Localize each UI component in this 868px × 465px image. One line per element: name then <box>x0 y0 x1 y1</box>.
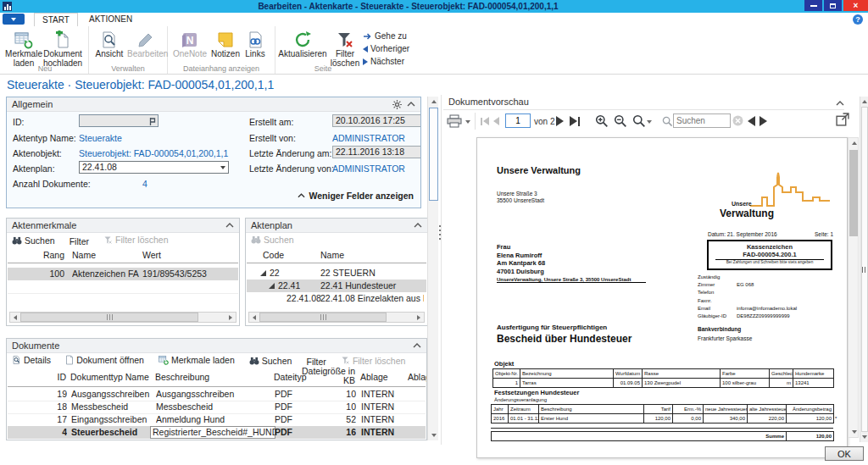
details-button[interactable]: Details <box>12 355 51 365</box>
onenote-button[interactable]: N OneNote <box>170 27 209 59</box>
anzahl-dokumente-link[interactable]: 4 <box>142 179 147 189</box>
column-header-wert[interactable]: Wert <box>142 250 161 260</box>
column-header-rang[interactable]: Rang <box>39 250 64 260</box>
last-page-button[interactable] <box>570 116 580 126</box>
help-icon[interactable]: ? <box>853 14 863 25</box>
clear-search-button[interactable] <box>732 115 743 126</box>
horizontal-scrollbar[interactable] <box>248 312 425 323</box>
scroll-right-icon[interactable] <box>225 313 236 323</box>
application-menu-button[interactable] <box>3 14 25 25</box>
fasttab-header[interactable]: Aktenplan <box>246 219 427 233</box>
print-button[interactable] <box>447 114 463 128</box>
column-header-ablage2[interactable]: Ablag <box>408 372 427 382</box>
zoom-out-button[interactable] <box>614 114 627 128</box>
fasttab-header[interactable]: Aktenmerkmale <box>7 219 239 233</box>
scroll-down-icon[interactable] <box>849 427 860 437</box>
table-row-selected[interactable]: 100 Aktenzeichen FA 191/89543/5253 <box>8 268 238 280</box>
scrollbar-thumb[interactable] <box>849 150 858 236</box>
page-number-input[interactable] <box>505 113 531 128</box>
scroll-left-icon[interactable] <box>10 313 20 323</box>
scroll-down-icon[interactable] <box>428 430 439 440</box>
zoom-select-button[interactable] <box>632 114 646 128</box>
scrollbar-thumb[interactable] <box>861 107 868 432</box>
tree-row-selected[interactable]: 22.41 22.41 Hundesteuer <box>247 280 426 292</box>
erstellt-von-link[interactable]: ADMINISTRATOR <box>332 133 405 143</box>
table-row[interactable]: 17 Eingangsschreiben Anmeldung Hund PDF … <box>8 413 426 427</box>
filter-loeschen-button[interactable]: Filter löschen <box>103 235 168 245</box>
tree-row[interactable]: 22 22 STEUERN <box>247 267 426 280</box>
column-header-id[interactable]: ID <box>41 372 66 382</box>
aktentyp-link[interactable]: Steuerakte <box>79 133 122 143</box>
cell-beschreibung-active[interactable]: Registrierter_Bescheid#_HUND_HUND0... <box>150 426 275 439</box>
links-button[interactable]: Links <box>242 27 269 59</box>
column-header-groesse[interactable]: Dateigröße in KB <box>299 367 355 385</box>
gear-icon[interactable] <box>392 100 402 109</box>
next-result-button[interactable] <box>760 116 767 126</box>
horizontal-scrollbar[interactable] <box>9 312 236 323</box>
zoom-in-button[interactable] <box>595 114 609 128</box>
scroll-up-icon[interactable] <box>860 97 868 107</box>
column-header-ablage[interactable]: Ablage <box>360 372 388 382</box>
minimize-button[interactable] <box>804 0 822 11</box>
notizen-button[interactable]: Notizen <box>209 27 242 59</box>
merkmale-laden-button[interactable]: Merkmale laden <box>4 27 43 68</box>
previous-page-button[interactable] <box>493 117 499 125</box>
scrollbar-thumb[interactable] <box>259 313 387 322</box>
scroll-right-icon[interactable] <box>414 313 424 323</box>
preview-search-input[interactable] <box>673 113 731 128</box>
column-header-name[interactable]: Name <box>320 250 344 260</box>
dokument-hochladen-button[interactable]: Dokument hochladen <box>43 27 82 68</box>
aktualisieren-button[interactable]: Aktualisieren <box>278 27 327 59</box>
next-page-button[interactable] <box>556 116 564 126</box>
first-page-button[interactable] <box>481 117 489 125</box>
scroll-down-icon[interactable] <box>860 432 868 442</box>
scroll-left-icon[interactable] <box>249 313 259 323</box>
zoom-dropdown-icon[interactable] <box>647 120 652 124</box>
tab-start[interactable]: START <box>34 13 78 26</box>
geaendert-am-field[interactable]: 22.11.2016 13:18 <box>332 146 421 158</box>
filter-button[interactable]: Filter <box>70 236 89 246</box>
ok-button[interactable]: OK <box>825 446 864 461</box>
column-header-beschreibung[interactable]: Beschreibung <box>155 372 209 382</box>
aktenobjekt-link[interactable]: Steuerobjekt: FAD-000054,01,200,1,1 <box>79 148 228 158</box>
gehe-zu-button[interactable]: Gehe zu <box>363 30 414 42</box>
suchen-button[interactable]: Suchen <box>12 235 55 246</box>
fasttab-header[interactable]: Dokumente <box>7 339 426 353</box>
collapse-chevron-icon[interactable] <box>414 221 422 230</box>
table-row[interactable]: 19 Ausgangsschreiben Ausgangsschreiben P… <box>8 388 426 401</box>
tab-aktionen[interactable]: AKTIONEN <box>81 13 140 25</box>
close-button[interactable]: × <box>843 0 868 11</box>
suchen-button[interactable]: Suchen <box>251 235 294 245</box>
filter-loeschen-button[interactable]: Filter löschen <box>341 356 405 366</box>
window-scrollbar[interactable] <box>860 97 868 442</box>
id-field[interactable] <box>79 114 159 127</box>
table-row[interactable]: 18 Messbescheid Messbescheid PDF 10 INTE… <box>8 401 426 414</box>
tree-row[interactable]: 22.41.08 22.41.08 Einzelakten aus Infoma <box>247 292 426 305</box>
dokument-oeffnen-button[interactable]: Dokument öffnen <box>65 355 144 365</box>
aktenplan-dropdown[interactable]: 22.41.08 <box>79 161 229 174</box>
filter-loeschen-button[interactable]: Filter löschen <box>327 27 363 68</box>
scrollbar-thumb[interactable] <box>429 108 438 201</box>
merkmale-laden-button[interactable]: Merkmale laden <box>159 355 235 365</box>
collapse-chevron-icon[interactable] <box>225 221 234 230</box>
left-panel-scrollbar[interactable] <box>427 97 438 440</box>
collapse-chevron-icon[interactable] <box>836 99 844 108</box>
column-header-name[interactable]: Name <box>72 250 96 260</box>
fasttab-header[interactable]: Allgemein <box>7 97 420 112</box>
previous-result-button[interactable] <box>748 116 755 126</box>
scrollbar-thumb[interactable] <box>20 313 198 322</box>
collapse-chevron-icon[interactable] <box>413 341 421 350</box>
geaendert-von-link[interactable]: ADMINISTRATOR <box>332 163 405 174</box>
print-dropdown-icon[interactable] <box>465 120 470 124</box>
naechster-button[interactable]: Nächster <box>363 56 414 67</box>
vorheriger-button[interactable]: Vorheriger <box>363 43 414 54</box>
bearbeiten-button[interactable]: Bearbeiten <box>127 27 164 59</box>
ansicht-button[interactable]: Ansicht <box>92 27 127 59</box>
suchen-button[interactable]: Suchen <box>249 356 292 366</box>
scroll-up-icon[interactable] <box>428 97 439 107</box>
table-row-selected[interactable]: 4 Steuerbescheid Registrierter_Bescheid#… <box>8 426 426 439</box>
weniger-felder-link[interactable]: Weniger Felder anzeigen <box>298 191 414 201</box>
column-header-code[interactable]: Code <box>263 250 284 260</box>
preview-scrollbar[interactable] <box>848 137 859 438</box>
column-header-typ[interactable]: Dokumenttyp Name <box>70 372 149 382</box>
